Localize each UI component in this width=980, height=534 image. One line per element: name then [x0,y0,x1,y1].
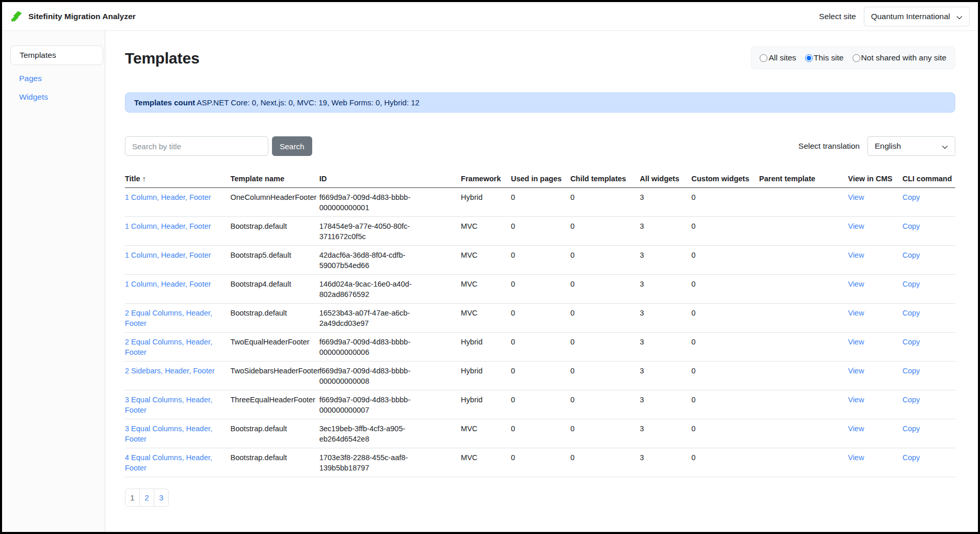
template-title-link[interactable]: 3 Equal Columns, Header, Footer [125,425,212,443]
used-in-pages-cell: 0 [511,362,570,390]
framework-cell: Hybrid [461,333,511,362]
this-site-label: This site [814,53,844,62]
main-content: Templates All sites This site Not shared… [105,31,978,532]
radio-option-this-site[interactable]: This site [805,53,844,62]
column-header-title[interactable]: Title ↑ [125,172,230,188]
column-header-cli-command[interactable]: CLI command [903,172,955,188]
copy-cli-command-link[interactable]: Copy [903,367,920,375]
template-title-link[interactable]: 2 Equal Columns, Header, Footer [125,309,212,327]
column-header-used-in-pages[interactable]: Used in pages [511,172,570,188]
select-translation-label: Select translation [798,142,860,151]
used-in-pages-cell: 0 [511,448,570,477]
copy-cli-command-link[interactable]: Copy [903,396,920,404]
all-widgets-cell: 3 [640,362,692,390]
column-header-id[interactable]: ID [319,172,461,188]
sidebar-item-widgets[interactable]: Widgets [10,88,105,106]
table-row: 1 Column, Header, Footer Bootstrap4.defa… [125,275,955,304]
template-title-link[interactable]: 1 Column, Header, Footer [125,193,211,201]
sidebar-item-pages[interactable]: Pages [10,69,105,88]
view-in-cms-link[interactable]: View [848,396,864,404]
view-in-cms-link[interactable]: View [848,425,864,433]
parent-template-cell [759,362,848,390]
all-widgets-cell: 3 [640,275,692,304]
parent-template-cell [759,217,848,246]
copy-cli-command-link[interactable]: Copy [903,193,920,201]
search-button[interactable]: Search [272,136,312,156]
custom-widgets-cell: 0 [692,246,759,275]
copy-cli-command-link[interactable]: Copy [903,309,920,317]
templates-table-body: 1 Column, Header, Footer OneColumnHeader… [125,188,955,477]
main-header-row: Templates All sites This site Not shared… [125,46,955,69]
custom-widgets-cell: 0 [692,304,759,333]
page-button-3[interactable]: 3 [154,489,169,507]
table-row: 1 Column, Header, Footer Bootstrap.defau… [125,217,955,246]
pagination: 1 2 3 [125,489,169,507]
search-input[interactable] [125,136,268,156]
child-templates-cell: 0 [570,390,640,419]
copy-cli-command-link[interactable]: Copy [903,425,920,433]
child-templates-cell: 0 [570,304,640,333]
sort-ascending-icon: ↑ [142,175,146,183]
copy-cli-command-link[interactable]: Copy [903,222,920,230]
translation-dropdown[interactable]: English [867,136,955,156]
template-name-cell: Bootstrap.default [230,304,319,333]
template-title-link[interactable]: 1 Column, Header, Footer [125,251,211,259]
all-sites-radio[interactable] [760,54,767,62]
page-button-1[interactable]: 1 [125,489,140,507]
parent-template-cell [759,390,848,419]
template-title-link[interactable]: 4 Equal Columns, Header, Footer [125,453,212,472]
custom-widgets-cell: 0 [692,448,759,477]
column-header-all-widgets[interactable]: All widgets [640,172,692,188]
column-header-custom-widgets[interactable]: Custom widgets [692,172,759,188]
template-title-link[interactable]: 1 Column, Header, Footer [125,222,211,230]
used-in-pages-cell: 0 [511,188,570,217]
page-button-2[interactable]: 2 [139,489,154,507]
copy-cli-command-link[interactable]: Copy [903,453,920,462]
template-id-cell: f669d9a7-009d-4d83-bbbb-000000000006 [319,337,421,357]
table-row: 2 Sidebars, Header, Footer TwoSidebarsHe… [125,362,955,390]
framework-cell: MVC [461,448,511,477]
view-in-cms-link[interactable]: View [848,338,864,346]
column-header-child-templates[interactable]: Child templates [570,172,640,188]
toolbar-row: Search Select translation English [125,136,955,156]
table-row: 3 Equal Columns, Header, Footer Bootstra… [125,419,955,448]
view-in-cms-link[interactable]: View [848,280,864,288]
template-title-link[interactable]: 1 Column, Header, Footer [125,280,211,288]
template-title-link[interactable]: 3 Equal Columns, Header, Footer [125,396,212,414]
table-row: 1 Column, Header, Footer OneColumnHeader… [125,188,955,217]
not-shared-radio[interactable] [853,54,860,62]
site-select-group: Select site Quantum International [819,7,970,26]
parent-template-cell [759,419,848,448]
used-in-pages-cell: 0 [511,333,570,362]
view-in-cms-link[interactable]: View [848,309,864,317]
column-header-template-name[interactable]: Template name [230,172,319,188]
view-in-cms-link[interactable]: View [848,193,864,201]
radio-option-not-shared[interactable]: Not shared with any site [853,53,946,62]
copy-cli-command-link[interactable]: Copy [903,280,920,288]
view-in-cms-link[interactable]: View [848,222,864,230]
search-group: Search [125,136,312,156]
copy-cli-command-link[interactable]: Copy [903,338,920,346]
column-header-view-in-cms[interactable]: View in CMS [848,172,902,188]
radio-option-all-sites[interactable]: All sites [760,53,796,62]
parent-template-cell [759,304,848,333]
framework-cell: Hybrid [461,188,511,217]
column-header-framework[interactable]: Framework [461,172,511,188]
view-in-cms-link[interactable]: View [848,251,864,259]
template-id-cell: 1703e3f8-2288-455c-aaf8-139b5bb18797 [319,452,421,473]
this-site-radio[interactable] [805,54,813,62]
view-in-cms-link[interactable]: View [848,453,864,462]
templates-count-alert: Templates countASP.NET Core: 0, Next.js:… [125,92,955,113]
copy-cli-command-link[interactable]: Copy [903,251,920,259]
template-name-cell: OneColumnHeaderFooter [230,188,319,217]
column-header-parent-template[interactable]: Parent template [759,172,848,188]
framework-cell: Hybrid [461,362,511,390]
site-select-dropdown[interactable]: Quantum International [864,7,970,26]
template-title-link[interactable]: 2 Sidebars, Header, Footer [125,367,215,375]
all-sites-label: All sites [768,53,796,62]
table-row: 2 Equal Columns, Header, Footer TwoEqual… [125,333,955,362]
sidebar-item-templates[interactable]: Templates [10,45,103,65]
view-in-cms-link[interactable]: View [848,367,864,375]
template-title-link[interactable]: 2 Equal Columns, Header, Footer [125,338,212,356]
table-header: Title ↑ Template name ID Framework Used … [125,172,955,188]
